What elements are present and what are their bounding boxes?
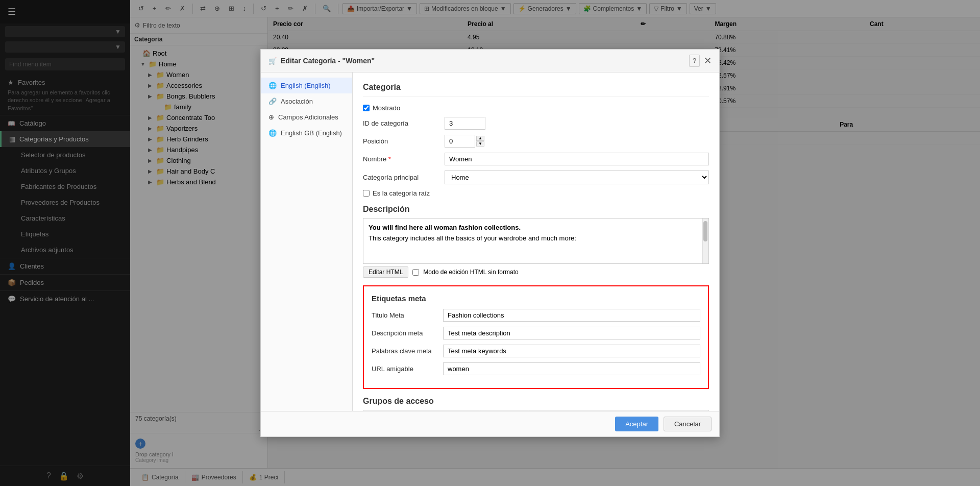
modal-tab-english-gb[interactable]: 🌐 English GB (English) [261,125,352,141]
modal-tab-campos-label: Campos Adicionales [278,113,338,121]
url-amigable-row: URL amigable [372,362,700,375]
desc-line1: You will find here all woman fashion col… [369,224,703,231]
descripcion-section-title: Descripción [363,205,709,214]
modal-header: 🛒 Editar Categoría - "Women" ? ✕ [261,50,719,72]
posicion-spinner: ▲ ▼ [445,135,484,148]
modal-tab-campos[interactable]: ⊕ Campos Adicionales [261,109,352,125]
desc-scroll-thumb [703,221,707,241]
modo-edicion-label: Modo de edición HTML sin formato [423,269,518,276]
english-globe-icon: 🌐 [268,82,277,89]
modal-tab-english-gb-label: English GB (English) [281,129,342,137]
modal-help-btn[interactable]: ? [689,55,700,67]
desc-meta-input[interactable] [443,327,700,339]
keywords-input[interactable] [443,345,700,357]
grupos-section-title: Grupos de acceso [363,397,709,406]
keywords-meta-row: Palabras clave meta [372,345,700,357]
titulo-meta-label: Titulo Meta [372,311,443,319]
nombre-label: Nombre [363,155,445,163]
english-gb-globe-icon: 🌐 [268,129,277,137]
posicion-up-btn[interactable]: ▲ [476,136,484,141]
modal-tab-association-label: Asociación [281,98,313,105]
cat-principal-select-wrapper: Home [445,171,709,184]
posicion-input[interactable] [445,135,475,148]
association-icon: 🔗 [268,98,277,105]
modal-header-actions: ? ✕ [689,55,712,67]
desc-toolbar: Editar HTML Modo de edición HTML sin for… [363,266,709,278]
desc-editor-container: You will find here all woman fashion col… [363,218,709,264]
modo-edicion-checkbox[interactable] [412,269,419,276]
mostrado-row: Mostrado [363,104,709,112]
url-input[interactable] [443,362,700,375]
spinner-arrows: ▲ ▼ [476,136,484,147]
cancelar-btn[interactable]: Cancelar [664,417,712,431]
meta-section-title: Etiquetas meta [372,294,700,303]
mostrado-label: Mostrado [373,104,400,112]
posicion-down-btn[interactable]: ▼ [476,141,484,147]
modal-overlay: 🛒 Editar Categoría - "Women" ? ✕ 🌐 Engli… [0,0,980,486]
mostrado-checkbox[interactable] [363,105,370,111]
categoria-section-title: Categoría [363,83,709,96]
modal-content: Categoría Mostrado ID de categoría Posic… [353,72,719,411]
desc-scrollbar[interactable] [702,218,708,263]
categoria-principal-row: Categoría principal Home [363,171,709,184]
url-label: URL amigable [372,365,443,373]
titulo-meta-row: Titulo Meta [372,309,700,322]
posicion-label: Posición [363,137,445,145]
titulo-meta-input[interactable] [443,309,700,322]
descripcion-meta-row: Descripción meta [372,327,700,339]
desc-line2: This category includes all the basics of… [369,234,703,242]
modal-footer: Aceptar Cancelar [261,411,719,436]
modal-body: 🌐 English (English) 🔗 Asociación ⊕ Campo… [261,72,719,411]
id-label: ID de categoría [363,119,445,127]
modal-prestashop-icon: 🛒 [268,57,277,65]
nombre-row: Nombre [363,153,709,165]
modal-tab-english[interactable]: 🌐 English (English) [261,78,352,93]
es-raiz-label: Es la categoría raíz [373,189,430,197]
campos-icon: ⊕ [268,113,274,121]
modal-header-left: 🛒 Editar Categoría - "Women" [268,57,375,65]
modal-tabs: 🌐 English (English) 🔗 Asociación ⊕ Campo… [261,72,353,411]
id-input[interactable] [445,117,485,130]
nombre-input[interactable] [445,153,709,165]
edit-category-modal: 🛒 Editar Categoría - "Women" ? ✕ 🌐 Engli… [260,49,720,437]
modal-tab-english-label: English (English) [281,82,331,89]
modal-title: Editar Categoría - "Women" [281,57,375,65]
edit-html-btn[interactable]: Editar HTML [363,266,408,278]
keywords-label: Palabras clave meta [372,347,443,355]
cat-principal-label: Categoría principal [363,174,445,181]
aceptar-btn[interactable]: Aceptar [615,417,658,431]
posicion-row: Posición ▲ ▼ [363,135,709,148]
cat-principal-select[interactable]: Home [445,171,709,184]
modal-tab-association[interactable]: 🔗 Asociación [261,93,352,109]
es-raiz-row: Es la categoría raíz [363,189,709,197]
id-categoria-row: ID de categoría [363,117,709,130]
meta-section: Etiquetas meta Titulo Meta Descripción m… [363,285,709,389]
es-raiz-checkbox[interactable] [363,190,370,197]
desc-meta-label: Descripción meta [372,329,443,337]
modal-close-btn[interactable]: ✕ [704,55,712,66]
